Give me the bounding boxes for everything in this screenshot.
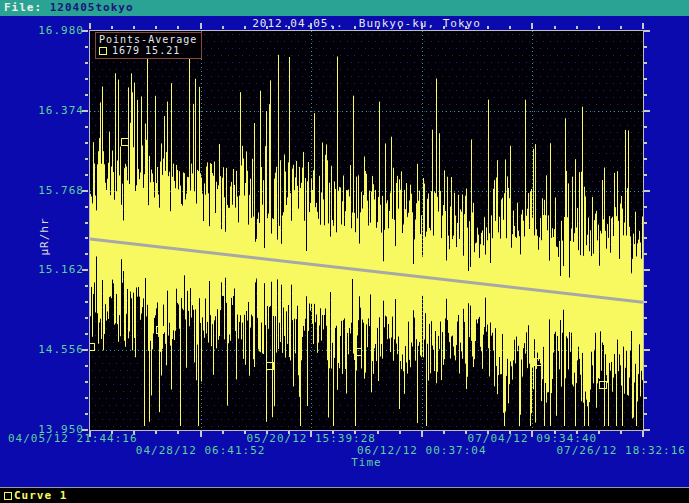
y-axis-tick-right: [644, 46, 647, 48]
y-axis-tick: [82, 269, 88, 271]
y-axis-tick-right: [644, 158, 647, 160]
x-axis-tick-bottom: [310, 431, 312, 437]
y-axis-tick: [82, 429, 88, 431]
x-axis-tick: [177, 26, 179, 29]
legend-title: Points-Average: [99, 34, 197, 45]
y-axis-tick-label: 16.980: [0, 24, 84, 37]
legend-average-value: 15.21: [145, 45, 180, 56]
app-window: File: 120405tokyo 2012.04.05.. Bunkyo-ku…: [0, 0, 689, 503]
x-axis-tick-bottom: [332, 431, 334, 434]
x-axis-tick-bottom: [89, 431, 91, 437]
y-axis-tick: [85, 237, 88, 239]
x-axis-tick: [266, 26, 268, 29]
x-axis-tick: [598, 26, 600, 29]
y-axis-tick: [82, 190, 88, 192]
x-axis-tick-bottom: [133, 431, 135, 434]
x-axis-tick: [465, 26, 467, 29]
chart-title: 2012.04.05.. Bunkyo-ku, Tokyo: [90, 17, 643, 30]
y-axis-tick-right: [644, 413, 647, 415]
y-axis-tick-right: [644, 30, 650, 32]
x-axis-tick-bottom: [177, 431, 179, 434]
x-axis-tick: [399, 26, 401, 29]
x-axis-tick: [244, 26, 246, 29]
x-axis-tick: [377, 26, 379, 29]
x-axis-tick: [222, 26, 224, 29]
x-axis-tick-bottom: [620, 431, 622, 434]
y-axis-tick: [85, 285, 88, 287]
y-axis-tick-right: [644, 126, 647, 128]
file-label: File:: [4, 1, 42, 14]
x-axis-tick-bottom: [399, 431, 401, 434]
x-axis-tick: [554, 26, 556, 29]
y-axis-tick: [85, 78, 88, 80]
y-axis-tick: [85, 317, 88, 319]
y-axis-tick-right: [644, 349, 650, 351]
y-axis-tick: [85, 301, 88, 303]
x-axis-tick-bottom: [465, 431, 467, 434]
legend-points-count: 1679: [112, 45, 140, 56]
y-axis-tick: [85, 253, 88, 255]
y-axis-tick: [82, 110, 88, 112]
x-axis-title: Time: [90, 456, 643, 469]
y-axis-tick-right: [644, 94, 647, 96]
x-axis-tick-bottom: [554, 431, 556, 434]
y-axis-tick-right: [644, 269, 650, 271]
status-bar: Curve 1: [0, 487, 689, 503]
y-axis-tick-label: 15.768: [0, 184, 84, 197]
x-axis-tick-bottom: [200, 431, 202, 437]
y-axis-tick-right: [644, 397, 647, 399]
x-axis-tick: [421, 23, 423, 29]
y-axis-tick: [85, 413, 88, 415]
x-axis-tick-bottom: [598, 431, 600, 434]
y-axis-tick-right: [644, 333, 647, 335]
window-title-bar: File: 120405tokyo: [0, 0, 689, 16]
x-axis-tick: [288, 26, 290, 29]
x-axis-tick: [642, 23, 644, 29]
y-axis-tick-right: [644, 110, 650, 112]
y-axis-tick: [85, 126, 88, 128]
y-axis-tick-right: [644, 206, 647, 208]
y-axis-title: μR/hr: [38, 207, 51, 267]
y-axis-tick: [85, 397, 88, 399]
y-axis-tick: [85, 381, 88, 383]
y-axis-tick-label: 14.556: [0, 343, 84, 356]
x-axis-tick: [487, 26, 489, 29]
x-axis-tick-bottom: [377, 431, 379, 434]
curve-label: Curve 1: [14, 489, 67, 502]
x-axis-tick-label: 04/05/12 21:44:16: [8, 432, 138, 445]
x-axis-tick-bottom: [222, 431, 224, 434]
x-axis-tick-bottom: [487, 431, 489, 434]
y-axis-tick-right: [644, 301, 647, 303]
x-axis-tick-bottom: [288, 431, 290, 434]
legend-entry: 1679 15.21: [99, 45, 197, 56]
y-axis-tick-right: [644, 381, 647, 383]
curve-square-icon: [4, 492, 12, 500]
y-axis-tick-right: [644, 429, 650, 431]
x-axis-tick-bottom: [244, 431, 246, 434]
y-axis-tick-right: [644, 174, 647, 176]
x-axis-tick-bottom: [509, 431, 511, 434]
x-axis-tick: [200, 23, 202, 29]
y-axis-tick-right: [644, 142, 647, 144]
x-axis-tick: [133, 26, 135, 29]
x-axis-tick-bottom: [531, 431, 533, 437]
y-axis-tick: [85, 333, 88, 335]
y-axis-tick: [85, 62, 88, 64]
plot-area: [89, 30, 644, 431]
data-plot-canvas: [90, 31, 643, 430]
x-axis-tick: [310, 23, 312, 29]
y-axis-tick-right: [644, 62, 647, 64]
y-axis-tick-right: [644, 237, 647, 239]
y-axis-tick: [82, 30, 88, 32]
y-axis-tick: [85, 94, 88, 96]
x-axis-tick-bottom: [642, 431, 644, 437]
x-axis-tick: [509, 26, 511, 29]
x-axis-tick-bottom: [155, 431, 157, 434]
x-axis-tick: [89, 23, 91, 29]
y-axis-tick: [85, 174, 88, 176]
y-axis-tick-label: 16.374: [0, 104, 84, 117]
legend-box: Points-Average 1679 15.21: [95, 32, 202, 59]
x-axis-tick: [531, 23, 533, 29]
y-axis-tick: [85, 365, 88, 367]
x-axis-tick: [111, 26, 113, 29]
